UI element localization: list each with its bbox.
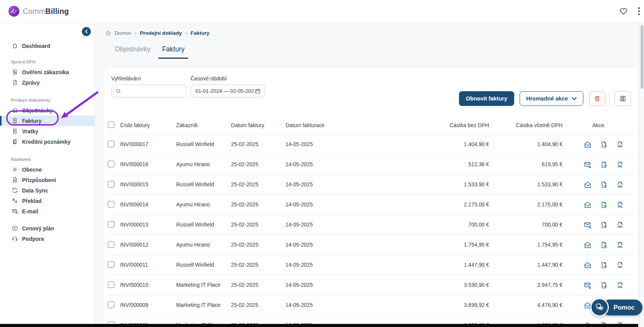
breadcrumb-home-icon[interactable]	[105, 30, 111, 36]
sidebar-item-preklad[interactable]: Překlad	[0, 196, 95, 206]
export-xml-icon[interactable]: XML	[616, 161, 624, 169]
row-checkbox[interactable]	[108, 141, 114, 147]
invoice-number: INV/000013	[120, 222, 176, 228]
sidebar-item-email[interactable]: E-mail	[0, 206, 95, 216]
row-checkbox[interactable]	[108, 181, 114, 187]
main-content: Domov › Prodejní doklady › Faktury Objed…	[95, 23, 639, 327]
favorites-heart-icon[interactable]	[619, 7, 629, 16]
email-open-icon[interactable]	[584, 261, 591, 269]
export-file-icon[interactable]	[600, 181, 608, 189]
export-file-icon[interactable]	[600, 201, 608, 209]
sidebar-item-label: Data Sync	[22, 187, 48, 194]
delete-button[interactable]	[589, 92, 605, 106]
email-open-icon[interactable]	[584, 181, 591, 189]
table-row: INV/000012 Ayumu Hirano 25-02-2025 14-05…	[108, 235, 634, 255]
invoice-number: INV/000016	[120, 162, 176, 167]
sidebar-item-faktury[interactable]: € Faktury	[0, 116, 95, 126]
export-file-icon[interactable]	[600, 241, 608, 249]
row-checkbox[interactable]	[108, 301, 114, 308]
table-row: INV/000010 Marketing IT Place 25-02-2025…	[108, 275, 634, 295]
sidebar-item-objednavky[interactable]: Objednávky	[0, 105, 95, 116]
tab-faktury[interactable]: Faktury	[158, 43, 188, 59]
sidebar-item-cenovy-plan[interactable]: € Cenový plán	[0, 223, 95, 233]
row-checkbox[interactable]	[108, 201, 114, 208]
sidebar-item-data-sync[interactable]: Data Sync	[0, 185, 95, 196]
breadcrumb-item-domov[interactable]: Domov	[115, 30, 131, 36]
search-input[interactable]	[124, 88, 182, 94]
breadcrumb: Domov › Prodejní doklady › Faktury	[95, 23, 639, 37]
sidebar-item-podpora[interactable]: Podpora	[0, 233, 95, 244]
select-all-checkbox[interactable]	[108, 121, 114, 128]
scrollbar-thumb[interactable]	[641, 25, 644, 89]
support-icon	[12, 235, 18, 242]
breadcrumb-item-prodejni-doklady[interactable]: Prodejní doklady	[140, 30, 182, 36]
chevron-down-icon	[572, 97, 577, 100]
email-open-icon[interactable]	[584, 241, 591, 249]
export-xml-icon[interactable]: XML	[616, 281, 624, 289]
amount-gross: 1.447,90 €	[489, 262, 562, 268]
billing-date: 14-05-2025	[285, 242, 359, 248]
export-xml-icon[interactable]: XML	[616, 141, 624, 148]
kebab-menu-icon[interactable]	[637, 6, 641, 16]
tab-objednavky[interactable]: Objednávky	[111, 43, 154, 59]
svg-text:XML: XML	[617, 286, 623, 288]
invoice-date: 25-02-2025	[231, 182, 285, 187]
sidebar-item-zpravy[interactable]: Zprávy	[0, 77, 95, 88]
customer-name: Russell Winfield	[176, 182, 231, 187]
svg-text:€: €	[14, 227, 16, 230]
sidebar-section-nastaveni: Nastavení	[0, 155, 95, 163]
help-chat-icon[interactable]	[590, 298, 609, 317]
date-range-value: 01-01-2024 — 02-05-202	[195, 88, 255, 94]
row-checkbox[interactable]	[108, 281, 114, 288]
invoice-date: 25-02-2025	[231, 302, 285, 308]
bulk-actions-button[interactable]: Hromadné akce	[520, 91, 583, 106]
invoice-date: 25-02-2025	[231, 242, 285, 248]
sidebar-collapse-button[interactable]	[82, 27, 91, 36]
billing-date: 14-05-2025	[285, 302, 359, 308]
export-xml-icon[interactable]: XML	[616, 201, 624, 209]
invoice-number: INV/000017	[120, 141, 176, 147]
export-file-icon[interactable]	[600, 141, 608, 148]
period-label: Časové období	[190, 75, 265, 82]
row-checkbox[interactable]	[108, 221, 114, 228]
export-file-icon[interactable]	[600, 281, 608, 289]
sidebar-item-label: Překlad	[22, 198, 42, 204]
row-checkbox[interactable]	[108, 161, 114, 167]
invoice-date: 25-02-2025	[231, 282, 285, 288]
date-range-field[interactable]: 01-01-2024 — 02-05-202	[190, 85, 265, 97]
sidebar-item-prizpusobeni[interactable]: Přizpůsobení	[0, 175, 95, 185]
customer-name: Ayumu Hirano	[176, 242, 231, 248]
gear-icon	[12, 166, 18, 173]
sidebar-item-overeni-zakaznika[interactable]: Ověření zákazníka	[0, 67, 95, 77]
column-header-billing-date: Datum fakturace	[285, 123, 359, 128]
table-row: INV/000011 Russell Winfield 25-02-2025 1…	[108, 255, 634, 275]
invoice-number: INV/000009	[120, 302, 176, 308]
export-xml-icon[interactable]: XML	[616, 261, 624, 269]
export-xml-icon[interactable]: XML	[616, 221, 624, 229]
sidebar-item-kreditni-poznamky[interactable]: Kreditní poznámky	[0, 136, 95, 147]
refresh-invoices-button[interactable]: Obnovit faktury	[459, 91, 514, 106]
export-file-icon[interactable]	[600, 221, 608, 229]
email-open-icon[interactable]	[584, 141, 591, 148]
svg-text:XML: XML	[617, 266, 623, 268]
sidebar-item-dashboard[interactable]: Dashboard	[0, 41, 95, 51]
svg-text:XML: XML	[617, 205, 623, 208]
email-send-icon[interactable]	[584, 161, 591, 169]
sidebar-item-vratky[interactable]: Vratky	[0, 126, 95, 136]
email-open-icon[interactable]	[584, 201, 591, 209]
invoice-date: 25-02-2025	[231, 262, 285, 268]
export-xml-icon[interactable]: XML	[616, 241, 624, 249]
sidebar-item-obecne[interactable]: Obecne	[0, 164, 95, 175]
export-file-icon[interactable]	[600, 161, 608, 169]
email-send-icon[interactable]	[584, 281, 591, 289]
row-checkbox[interactable]	[108, 261, 114, 268]
export-file-icon[interactable]	[600, 261, 608, 269]
sidebar-item-label: Ověření zákazníka	[22, 69, 69, 75]
export-xml-icon[interactable]: XML	[616, 181, 624, 189]
invoice-number: INV/000010	[120, 282, 176, 288]
email-send-icon[interactable]	[584, 221, 591, 229]
sidebar-item-label: Cenový plán	[22, 225, 54, 232]
row-checkbox[interactable]	[108, 241, 114, 248]
column-settings-button[interactable]	[615, 91, 631, 106]
search-field[interactable]	[111, 85, 187, 97]
